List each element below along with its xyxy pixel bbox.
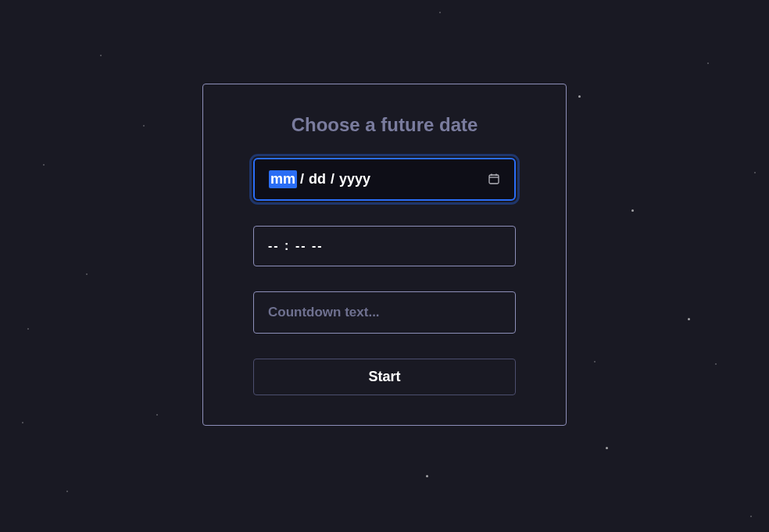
date-month-segment[interactable]: mm	[269, 170, 297, 188]
date-segments: mm / dd / yyyy	[269, 170, 372, 188]
date-day-segment[interactable]: dd	[307, 170, 327, 188]
form-title: Choose a future date	[253, 114, 516, 136]
time-input[interactable]: -- : -- --	[253, 226, 516, 266]
countdown-form-card: Choose a future date mm / dd / yyyy	[202, 84, 567, 426]
calendar-icon[interactable]	[488, 173, 500, 185]
date-year-segment[interactable]: yyyy	[338, 170, 372, 188]
countdown-text-input[interactable]: Countdown text...	[253, 291, 516, 334]
date-separator-1: /	[300, 171, 304, 187]
time-display: -- : -- --	[268, 239, 324, 253]
date-separator-2: /	[331, 171, 334, 187]
start-button[interactable]: Start	[253, 359, 516, 395]
countdown-text-placeholder: Countdown text...	[268, 305, 380, 320]
date-input[interactable]: mm / dd / yyyy	[253, 158, 516, 201]
svg-rect-0	[489, 175, 499, 184]
